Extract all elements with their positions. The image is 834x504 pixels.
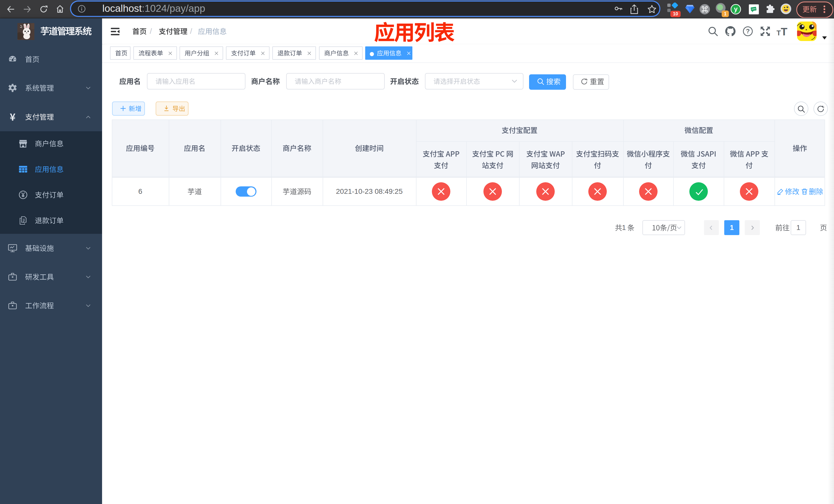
svg-text:?: ?: [746, 28, 750, 35]
svg-text:y: y: [734, 5, 738, 13]
